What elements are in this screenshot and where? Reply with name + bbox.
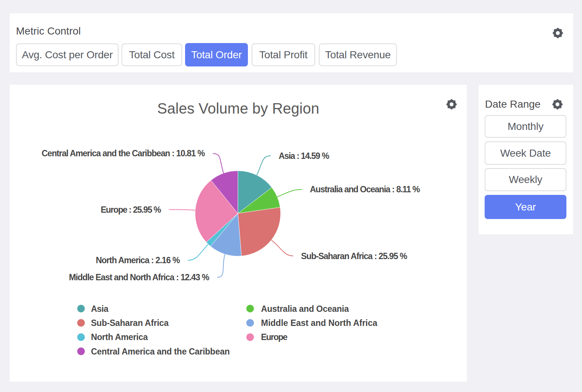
svg-text:Europe: Europe xyxy=(261,332,288,342)
svg-text:Central America and the Caribb: Central America and the Caribbean xyxy=(91,347,230,356)
svg-text:Asia: Asia xyxy=(91,304,109,314)
svg-text:Sub-Saharan Africa: Sub-Saharan Africa xyxy=(91,318,169,328)
svg-text:Australia and Oceania : 8.11 %: Australia and Oceania : 8.11 % xyxy=(310,184,420,194)
svg-text:Middle East and North Africa: Middle East and North Africa xyxy=(261,318,377,328)
svg-text:Australia and Oceania: Australia and Oceania xyxy=(261,304,349,314)
svg-text:North America: North America xyxy=(91,332,148,342)
svg-text:North America : 2.16 %: North America : 2.16 % xyxy=(96,255,180,265)
svg-text:Sales Volume by Region: Sales Volume by Region xyxy=(157,100,319,117)
svg-text:Europe : 25.95 %: Europe : 25.95 % xyxy=(101,205,161,215)
svg-text:Sub-Saharan Africa : 25.95 %: Sub-Saharan Africa : 25.95 % xyxy=(301,251,407,261)
svg-text:Central America and the Caribb: Central America and the Caribbean : 10.8… xyxy=(42,148,205,158)
svg-text:Asia : 14.59 %: Asia : 14.59 % xyxy=(279,151,329,161)
svg-text:Middle East and North Africa :: Middle East and North Africa : 12.43 % xyxy=(69,272,209,282)
